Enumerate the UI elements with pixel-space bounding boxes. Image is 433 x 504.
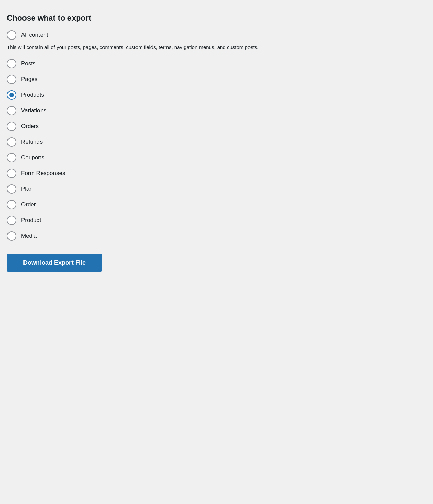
radio-pages[interactable] — [7, 75, 16, 84]
label-posts[interactable]: Posts — [21, 60, 36, 67]
radio-option-form-responses[interactable]: Form Responses — [7, 169, 300, 178]
radio-product[interactable] — [7, 216, 16, 225]
radio-option-refunds[interactable]: Refunds — [7, 137, 300, 147]
label-pages[interactable]: Pages — [21, 76, 37, 83]
radio-posts[interactable] — [7, 59, 16, 68]
radio-option-posts[interactable]: Posts — [7, 59, 300, 68]
label-all-content[interactable]: All content — [21, 32, 48, 38]
label-plan[interactable]: Plan — [21, 186, 33, 192]
label-products[interactable]: Products — [21, 92, 44, 98]
radio-variations[interactable] — [7, 106, 16, 115]
radio-media[interactable] — [7, 231, 16, 241]
page-title: Choose what to export — [7, 14, 300, 23]
download-export-button[interactable]: Download Export File — [7, 254, 102, 272]
radio-form-responses[interactable] — [7, 169, 16, 178]
radio-plan[interactable] — [7, 184, 16, 194]
radio-option-variations[interactable]: Variations — [7, 106, 300, 115]
label-coupons[interactable]: Coupons — [21, 154, 44, 161]
label-product[interactable]: Product — [21, 217, 41, 224]
radio-coupons[interactable] — [7, 153, 16, 162]
radio-refunds[interactable] — [7, 137, 16, 147]
label-order[interactable]: Order — [21, 201, 36, 208]
radio-option-all-content[interactable]: All content — [7, 30, 300, 40]
label-form-responses[interactable]: Form Responses — [21, 170, 65, 177]
radio-option-plan[interactable]: Plan — [7, 184, 300, 194]
all-content-description: This will contain all of your posts, pag… — [7, 43, 300, 51]
radio-option-products[interactable]: Products — [7, 90, 300, 100]
radio-orders[interactable] — [7, 122, 16, 131]
radio-option-coupons[interactable]: Coupons — [7, 153, 300, 162]
label-orders[interactable]: Orders — [21, 123, 39, 130]
radio-products[interactable] — [7, 90, 16, 100]
export-form: Choose what to export All content This w… — [7, 10, 300, 275]
radio-option-order[interactable]: Order — [7, 200, 300, 209]
radio-option-pages[interactable]: Pages — [7, 75, 300, 84]
radio-option-media[interactable]: Media — [7, 231, 300, 241]
label-variations[interactable]: Variations — [21, 107, 46, 114]
radio-all-content[interactable] — [7, 30, 16, 40]
label-media[interactable]: Media — [21, 233, 37, 239]
label-refunds[interactable]: Refunds — [21, 139, 43, 145]
radio-option-product[interactable]: Product — [7, 216, 300, 225]
radio-option-orders[interactable]: Orders — [7, 122, 300, 131]
radio-order[interactable] — [7, 200, 16, 209]
